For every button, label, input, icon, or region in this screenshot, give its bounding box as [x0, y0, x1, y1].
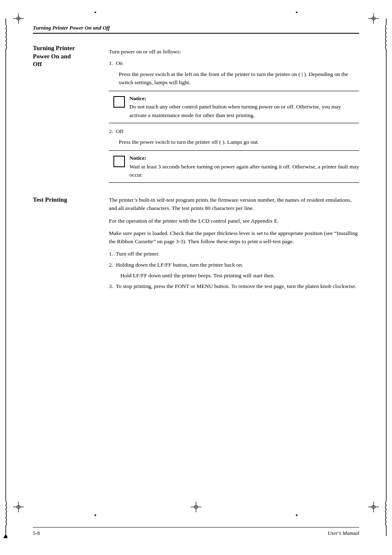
step-1-detail: Press the power switch at the left on th… [119, 70, 359, 87]
step-2-detail: Press the power switch to turn the print… [119, 138, 359, 146]
header-title: Turning Printer Power On and Off [33, 25, 359, 31]
notice-1-label: Notice: [129, 95, 146, 101]
notice-2-text: Notice: Wait at least 3 seconds before t… [129, 154, 359, 179]
svg-marker-3 [3, 534, 7, 538]
binding-right [385, 0, 392, 555]
test-step-3: 3. To stop printing, press the FONT or M… [109, 282, 359, 290]
section-content-test: The printer’s built-in self-test program… [109, 196, 359, 293]
page-footer: 5-8 User's Manual [33, 527, 359, 537]
corner-bl [13, 502, 24, 514]
step-1-label: 1. On [109, 59, 359, 67]
corner-tr [368, 13, 379, 25]
section-content-turning: Turn power on or off as follows: 1. On P… [109, 44, 359, 187]
notice-2-label: Notice: [129, 155, 146, 161]
test-step-1: 1. Turn off the printer. [109, 250, 359, 258]
corner-tl [13, 13, 24, 25]
header-rule [33, 33, 359, 34]
intro-text: Turn power on or off as follows: [109, 48, 359, 56]
notice-1-icon-box [113, 96, 125, 108]
notice-2-icon-box [113, 156, 125, 167]
section-label-turning: Turning Printer Power On and Off [33, 44, 109, 187]
footer-page-num: 5-8 [33, 530, 40, 537]
dot-tl [95, 12, 96, 13]
test-para-2: For the operation of the printer with th… [109, 217, 359, 225]
dot-bl [95, 514, 96, 516]
content-area: Turning Printer Power On and Off Turn po… [33, 37, 359, 293]
notice-1-body: Do not touch any other control panel but… [129, 104, 341, 118]
notice-2-icon [109, 154, 129, 167]
footer-manual-title: User's Manual [327, 530, 359, 537]
page: Turning Printer Power On and Off Turning… [0, 0, 392, 555]
corner-br [368, 502, 379, 514]
notice-2: Notice: Wait at least 3 seconds before t… [109, 150, 359, 183]
step-2-label: 2. Off [109, 127, 359, 136]
dot-tr [296, 12, 297, 13]
dot-br [296, 514, 297, 516]
notice-1-icon [109, 94, 129, 108]
test-step-2: 2. Holding down the LF/FF button, turn t… [109, 261, 359, 269]
notice-2-body: Wait at least 3 seconds before turning o… [129, 164, 359, 178]
test-step-2-indent: Hold LF/FF down until the printer beeps.… [120, 272, 359, 280]
test-para-3: Make sure paper is loaded. Check that th… [109, 229, 359, 246]
section-test-printing: Test Printing The printer’s built-in sel… [33, 196, 359, 293]
notice-1: Notice: Do not touch any other control p… [109, 91, 359, 123]
test-para-1: The printer’s built-in self-test program… [109, 196, 359, 213]
notice-1-text: Notice: Do not touch any other control p… [129, 94, 359, 120]
corner-bc [191, 502, 201, 514]
page-header: Turning Printer Power On and Off [33, 25, 359, 34]
binding-left [0, 0, 7, 555]
section-label-test: Test Printing [33, 196, 109, 293]
section-turning-printer: Turning Printer Power On and Off Turn po… [33, 44, 359, 187]
